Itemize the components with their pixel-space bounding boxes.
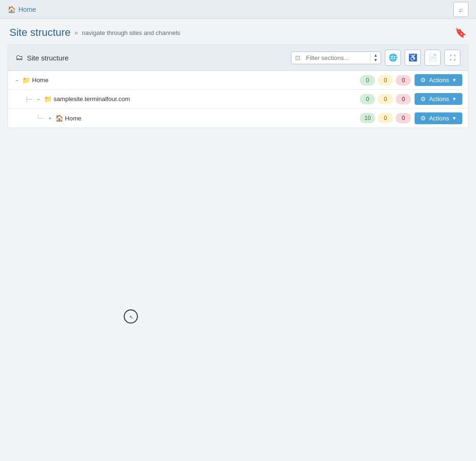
folder-icon: 📁 xyxy=(44,95,52,103)
sort-down-icon: ▼ xyxy=(374,58,378,62)
filter-sections-input[interactable] xyxy=(304,52,370,64)
filter-sort-arrows[interactable]: ▲ ▼ xyxy=(370,53,381,62)
badge-group: 10 0 0 xyxy=(360,113,411,123)
tree-connector: ├─ xyxy=(25,96,33,102)
tree-connector: └─ xyxy=(36,115,44,121)
chevron-down-icon: ▼ xyxy=(452,96,457,102)
home-icon: 🏠 xyxy=(8,6,16,13)
page-subtitle: navigate through sites and channels xyxy=(82,29,180,36)
badge-red: 0 xyxy=(396,75,411,85)
page-title: Site structure xyxy=(9,26,71,39)
card-header-actions: ⊡ ▲ ▼ 🌐 ♿ 📄 ⛶ xyxy=(291,50,460,66)
accessibility-button[interactable]: ♿ xyxy=(405,50,421,66)
row-label-area: └─ + 🏠 Home xyxy=(36,114,360,122)
badge-yellow: 0 xyxy=(378,75,393,85)
card-title: Site structure xyxy=(27,54,68,62)
gear-icon: ⚙ xyxy=(420,95,426,102)
gear-icon: ⚙ xyxy=(420,115,426,122)
row-label-area: − 📁 Home xyxy=(14,77,360,84)
badge-red: 0 xyxy=(396,113,411,123)
bookmark-button[interactable]: 🔖 xyxy=(455,27,467,38)
badge-red: 0 xyxy=(396,94,411,104)
expand-button[interactable]: ⛶ xyxy=(444,50,460,66)
badge-group: 0 0 0 xyxy=(360,94,411,104)
gear-icon: ⚙ xyxy=(420,77,426,84)
actions-button[interactable]: ⚙ Actions ▼ xyxy=(415,112,462,124)
tree-table: − 📁 Home 0 0 0 ⚙ Actions ▼ ├─ − 📁 sample… xyxy=(8,71,468,128)
collapse-icon[interactable]: − xyxy=(14,77,20,83)
sort-up-icon: ▲ xyxy=(374,53,378,58)
page-header-left: Site structure » navigate through sites … xyxy=(9,26,180,39)
expand-icon: ⛶ xyxy=(450,54,456,61)
home-label: Home xyxy=(18,6,36,13)
search-button[interactable]: ⌕ xyxy=(453,2,468,17)
expand-icon[interactable]: + xyxy=(47,115,53,121)
chevron-down-icon: ▼ xyxy=(452,116,457,121)
main-card: 🗂 Site structure ⊡ ▲ ▼ 🌐 ♿ 📄 ⛶ xyxy=(8,44,468,128)
globe-icon: 🌐 xyxy=(389,53,398,62)
actions-label: Actions xyxy=(429,77,449,84)
filter-icon: ⊡ xyxy=(291,54,304,61)
card-header-title-area: 🗂 Site structure xyxy=(16,53,68,62)
actions-label: Actions xyxy=(429,115,449,122)
badge-green: 10 xyxy=(360,113,375,123)
chevron-down-icon: ▼ xyxy=(452,77,457,83)
table-row: └─ + 🏠 Home 10 0 0 ⚙ Actions ▼ xyxy=(8,109,468,128)
card-header: 🗂 Site structure ⊡ ▲ ▼ 🌐 ♿ 📄 ⛶ xyxy=(8,45,468,71)
accessibility-icon: ♿ xyxy=(408,53,417,62)
top-navigation: 🏠 Home ⌕ xyxy=(0,0,476,19)
page-header: Site structure » navigate through sites … xyxy=(0,19,476,44)
badge-yellow: 0 xyxy=(378,113,393,123)
filter-sections-wrapper[interactable]: ⊡ ▲ ▼ xyxy=(291,51,381,64)
sitemap-icon: 🗂 xyxy=(16,53,23,62)
actions-label: Actions xyxy=(429,95,449,102)
badge-green: 0 xyxy=(360,75,375,85)
home-link[interactable]: 🏠 Home xyxy=(8,6,36,13)
row-label: Home xyxy=(32,77,49,84)
document-button[interactable]: 📄 xyxy=(425,50,441,66)
row-label: samplesite.terminalfour.com xyxy=(54,95,130,102)
breadcrumb-separator: » xyxy=(75,29,78,36)
badge-yellow: 0 xyxy=(378,94,393,104)
search-icon: ⌕ xyxy=(459,6,463,13)
table-row: ├─ − 📁 samplesite.terminalfour.com 0 0 0… xyxy=(8,90,468,109)
document-icon: 📄 xyxy=(428,53,437,62)
globe-button[interactable]: 🌐 xyxy=(385,50,401,66)
home-page-icon: 🏠 xyxy=(55,114,63,122)
badge-group: 0 0 0 xyxy=(360,75,411,85)
collapse-icon[interactable]: − xyxy=(35,96,42,102)
folder-icon: 📁 xyxy=(22,77,30,84)
actions-button[interactable]: ⚙ Actions ▼ xyxy=(415,74,462,86)
actions-button[interactable]: ⚙ Actions ▼ xyxy=(415,93,462,105)
table-row: − 📁 Home 0 0 0 ⚙ Actions ▼ xyxy=(8,71,468,90)
row-label-area: ├─ − 📁 samplesite.terminalfour.com xyxy=(25,95,360,103)
badge-green: 0 xyxy=(360,94,375,104)
row-label: Home xyxy=(65,115,82,122)
